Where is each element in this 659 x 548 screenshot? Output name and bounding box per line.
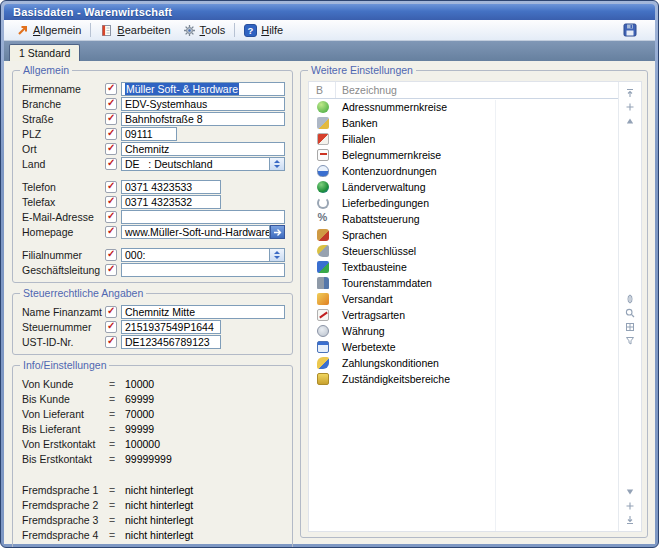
equals-sign: = xyxy=(109,484,125,496)
field-row-steuernummer: Steuernummer 2151937549P1644 xyxy=(22,320,285,334)
record-count-button[interactable] xyxy=(623,293,637,305)
ust-id-input[interactable]: DE123456789123 xyxy=(121,335,221,349)
floppy-disk-icon xyxy=(623,23,637,37)
menu-separator xyxy=(90,23,91,37)
list-item-filialen[interactable]: Filialen xyxy=(309,131,618,147)
filialnummer-dropdown[interactable]: 000: xyxy=(121,248,270,262)
telefax-input[interactable]: 0371 4323532 xyxy=(121,195,221,209)
insert-row-button[interactable] xyxy=(623,101,637,113)
telefon-input[interactable]: 0371 4323533 xyxy=(121,180,221,194)
list-item-laenderverwaltung[interactable]: Länderverwaltung xyxy=(309,179,618,195)
menu-item-hilfe[interactable]: ? Hilfe xyxy=(238,23,289,38)
tab-1-standard[interactable]: 1 Standard xyxy=(9,44,80,61)
info-value: 99999 xyxy=(125,423,154,435)
modified-check-icon[interactable] xyxy=(105,83,117,95)
textbausteine-icon xyxy=(317,261,329,273)
homepage-input[interactable]: www.Müller-Soft-und-Hardware.de xyxy=(121,225,270,239)
field-label: Land xyxy=(22,158,105,170)
scroll-down-button[interactable] xyxy=(623,486,637,498)
list-item-sprachen[interactable]: Sprachen xyxy=(309,227,618,243)
list-item-textbausteine[interactable]: Textbausteine xyxy=(309,259,618,275)
columns-button[interactable] xyxy=(623,321,637,333)
field-row-ust-id: UST-ID-Nr. DE123456789123 xyxy=(22,335,285,349)
menu-item-label: Allgemein xyxy=(33,24,81,36)
strasse-input[interactable]: Bahnhofstraße 8 xyxy=(121,112,285,126)
field-row-land: Land DE : Deutschland xyxy=(22,157,285,171)
info-row-fremdsprache-1: Fremdsprache 1 = nicht hinterlegt xyxy=(22,483,285,497)
branche-input[interactable]: EDV-Systemhaus xyxy=(121,97,285,111)
filter-button[interactable] xyxy=(623,335,637,347)
list-item-tourenstammdaten[interactable]: Tourenstammdaten xyxy=(309,275,618,291)
land-dropdown-button[interactable] xyxy=(270,157,285,171)
info-label: Bis Lieferant xyxy=(22,423,109,435)
plus-icon xyxy=(625,501,635,511)
modified-check-icon[interactable] xyxy=(105,226,117,238)
jump-top-button[interactable] xyxy=(623,87,637,99)
scroll-up-button[interactable] xyxy=(623,115,637,127)
list-item-adressnummernkreise[interactable]: Adressnummernkreise xyxy=(309,99,618,115)
info-row-bis-kunde: Bis Kunde = 69999 xyxy=(22,392,285,406)
field-row-strasse: Straße Bahnhofstraße 8 xyxy=(22,112,285,126)
modified-check-icon[interactable] xyxy=(105,321,117,333)
jump-bottom-button[interactable] xyxy=(623,514,637,526)
modified-check-icon[interactable] xyxy=(105,113,117,125)
column-header-b[interactable]: B xyxy=(309,82,336,98)
info-label: Fremdsprache 1 xyxy=(22,484,109,496)
list-item-steuerschluessel[interactable]: Steuerschlüssel xyxy=(309,243,618,259)
modified-check-icon[interactable] xyxy=(105,196,117,208)
list-item-rabattsteuerung[interactable]: Rabattsteuerung xyxy=(309,211,618,227)
list-item-label: Tourenstammdaten xyxy=(336,277,432,289)
field-label: UST-ID-Nr. xyxy=(22,336,105,348)
list-item-label: Länderverwaltung xyxy=(336,181,425,193)
field-label: Ort xyxy=(22,143,105,155)
geschaeftsleitung-input[interactable] xyxy=(121,263,285,277)
append-row-button[interactable] xyxy=(623,500,637,512)
equals-sign: = xyxy=(109,408,125,420)
land-dropdown[interactable]: DE : Deutschland xyxy=(121,157,270,171)
modified-check-icon[interactable] xyxy=(105,249,117,261)
modified-check-icon[interactable] xyxy=(105,211,117,223)
field-row-finanzamt: Name Finanzamt Chemnitz Mitte xyxy=(22,305,285,319)
list-item-zahlungskonditionen[interactable]: Zahlungskonditionen xyxy=(309,355,618,371)
modified-check-icon[interactable] xyxy=(105,336,117,348)
field-row-geschaeftsleitung: Geschäftsleitung xyxy=(22,263,285,277)
info-value: 99999999 xyxy=(125,453,172,465)
firmenname-input[interactable]: Müller Soft- & Hardware xyxy=(121,82,285,96)
modified-check-icon[interactable] xyxy=(105,128,117,140)
modified-check-icon[interactable] xyxy=(105,264,117,276)
column-header-bezeichnung[interactable]: Bezeichnug xyxy=(336,84,618,96)
filialnummer-dropdown-button[interactable] xyxy=(270,248,285,262)
ort-input[interactable]: Chemnitz xyxy=(121,142,285,156)
plz-input[interactable]: 09111 xyxy=(121,127,177,141)
list-item-waehrung[interactable]: Währung xyxy=(309,323,618,339)
menu-item-allgemein[interactable]: Allgemein xyxy=(10,23,87,38)
list-item-werbetexte[interactable]: Werbetexte xyxy=(309,339,618,355)
modified-check-icon[interactable] xyxy=(105,98,117,110)
list-item-belegnummernkreise[interactable]: Belegnummernkreise xyxy=(309,147,618,163)
list-item-vertragsarten[interactable]: Vertragsarten xyxy=(309,307,618,323)
window-title: Basisdaten - Warenwirtschaft xyxy=(13,6,172,18)
list-item-zustaendigkeitsbereiche[interactable]: Zuständigkeitsbereiche xyxy=(309,371,618,387)
steuernummer-input[interactable]: 2151937549P1644 xyxy=(121,320,221,334)
homepage-go-button[interactable] xyxy=(270,225,285,239)
list-item-lieferbedingungen[interactable]: Lieferbedingungen xyxy=(309,195,618,211)
application-window: Basisdaten - Warenwirtschaft Allgemein B… xyxy=(0,0,659,548)
list-item-label: Versandart xyxy=(336,293,393,305)
modified-check-icon[interactable] xyxy=(105,158,117,170)
modified-check-icon[interactable] xyxy=(105,143,117,155)
finanzamt-input[interactable]: Chemnitz Mitte xyxy=(121,305,285,319)
menu-item-bearbeiten[interactable]: Bearbeiten xyxy=(94,23,176,38)
modified-check-icon[interactable] xyxy=(105,306,117,318)
search-button[interactable] xyxy=(623,307,637,319)
list-item-versandart[interactable]: Versandart xyxy=(309,291,618,307)
spacer xyxy=(22,240,285,248)
save-button[interactable] xyxy=(619,21,641,39)
list-item-kontenzuordnungen[interactable]: Kontenzuordnungen xyxy=(309,163,618,179)
email-input[interactable] xyxy=(121,210,285,224)
menu-item-tools[interactable]: Tools xyxy=(177,23,232,38)
equals-sign: = xyxy=(109,514,125,526)
info-row-bis-erstkontakt: Bis Erstkontakt = 99999999 xyxy=(22,452,285,466)
svg-text:?: ? xyxy=(248,25,254,36)
modified-check-icon[interactable] xyxy=(105,181,117,193)
list-item-banken[interactable]: Banken xyxy=(309,115,618,131)
